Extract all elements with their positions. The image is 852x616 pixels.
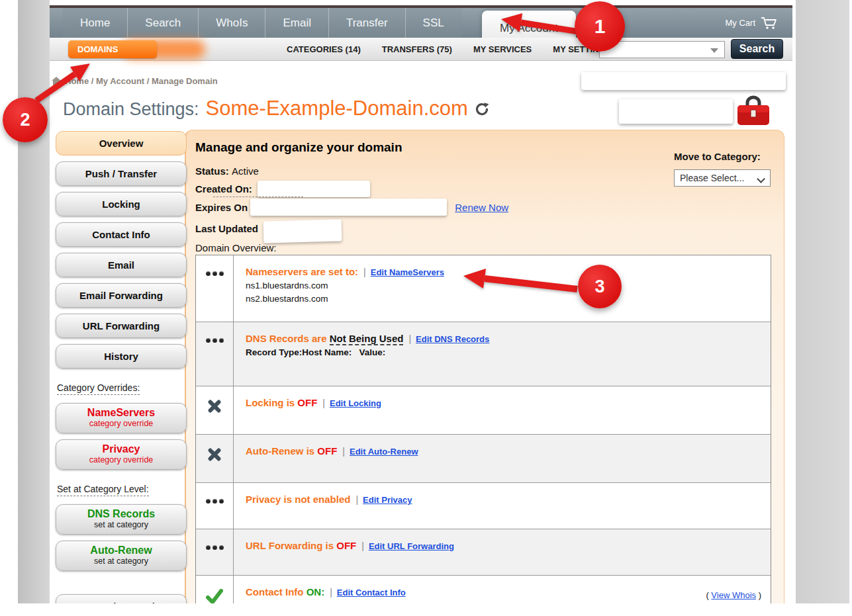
breadcrumb-my-account[interactable]: My Account bbox=[96, 76, 144, 86]
created-line: Created On: bbox=[195, 181, 370, 197]
row-title-segment: Privacy is not enabled bbox=[246, 494, 350, 505]
chevron-down-icon[interactable] bbox=[710, 48, 718, 53]
row-title: Locking is OFF|Edit Locking bbox=[246, 397, 761, 408]
page-title-domain: Some-Example-Domain.com bbox=[206, 97, 468, 120]
sidebar-item-subtitle: category override bbox=[56, 419, 186, 428]
breadcrumb: Home / My Account / Manage Domain bbox=[52, 76, 218, 86]
row-title-segment: DNS Records are bbox=[246, 333, 330, 344]
edit-auto-renew-link[interactable]: Edit Auto-Renew bbox=[350, 447, 418, 457]
overview-row-privacy: Privacy is not enabled|Edit Privacy bbox=[196, 482, 771, 529]
sidebar-item-title: NameServers bbox=[56, 406, 186, 419]
sidebar-item-privacy[interactable]: Privacycategory override bbox=[56, 439, 187, 470]
toolbox-icon[interactable] bbox=[736, 95, 771, 126]
row-title-segment: Nameservers are set to: bbox=[246, 266, 358, 277]
row-status-icon-cell bbox=[196, 255, 234, 322]
sidebar-item-url-forwarding[interactable]: URL Forwarding bbox=[56, 314, 187, 338]
search-button[interactable]: Search bbox=[731, 39, 783, 59]
topnav-tab-email[interactable]: Email bbox=[265, 8, 328, 38]
topnav-tab-search[interactable]: Search bbox=[127, 8, 198, 38]
row-title: Nameservers are set to:|Edit NameServers bbox=[246, 266, 761, 277]
sidebar-item-title: DNS Records bbox=[56, 507, 186, 520]
separator: | bbox=[330, 587, 332, 597]
row-title-segment: URL Forwarding is bbox=[246, 540, 336, 551]
sidebar-item-history[interactable]: History bbox=[56, 344, 187, 369]
row-title: URL Forwarding is OFF|Edit URL Forwardin… bbox=[246, 540, 761, 551]
sidebar-item-subtitle: category override bbox=[56, 455, 186, 464]
row-title-segment: Not Being Used bbox=[330, 333, 404, 345]
step-badge-3: 3 bbox=[578, 265, 622, 308]
breadcrumb-manage-domain[interactable]: Manage Domain bbox=[152, 76, 218, 86]
right-gutter bbox=[796, 0, 849, 603]
breadcrumb-home[interactable]: Home bbox=[65, 76, 89, 86]
ellipsis-icon bbox=[206, 545, 224, 550]
row-body: Locking is OFF|Edit Locking bbox=[234, 386, 771, 408]
row-body: Privacy is not enabled|Edit Privacy bbox=[234, 483, 771, 505]
redaction-box bbox=[619, 99, 733, 124]
edit-privacy-link[interactable]: Edit Privacy bbox=[363, 495, 412, 505]
row-title: DNS Records are Not Being Used|Edit DNS … bbox=[246, 333, 761, 344]
row-title-segment: Locking is bbox=[246, 397, 297, 408]
sidebar-item-auto-renew[interactable]: Auto-Renewset at category bbox=[56, 541, 187, 571]
subnav-item-my-services[interactable]: MY SERVICES bbox=[473, 44, 532, 54]
overview-row-auto-renew: Auto-Renew is OFF|Edit Auto-Renew bbox=[196, 434, 771, 482]
sidebar-item-title: Privacy bbox=[56, 443, 186, 455]
separator: | bbox=[355, 494, 358, 505]
edit-contact-info-link[interactable]: Edit Contact Info bbox=[337, 588, 406, 597]
row-body: Contact Info ON:|Edit Contact Info bbox=[234, 576, 771, 597]
subnav-item-transfers-75[interactable]: TRANSFERS (75) bbox=[382, 44, 452, 54]
row-title: Auto-Renew is OFF|Edit Auto-Renew bbox=[246, 445, 761, 457]
x-mark-icon bbox=[207, 398, 222, 413]
move-to-category-select[interactable]: Please Select... bbox=[674, 169, 771, 187]
sidebar-item-locking[interactable]: Locking bbox=[56, 192, 187, 216]
edit-dns-records-link[interactable]: Edit DNS Records bbox=[416, 334, 489, 344]
bottom-strip bbox=[0, 603, 852, 616]
status-value: Active bbox=[232, 165, 259, 177]
edit-locking-link[interactable]: Edit Locking bbox=[330, 398, 381, 408]
row-title-segment: OFF bbox=[297, 397, 317, 408]
topnav-tab-transfer[interactable]: Transfer bbox=[328, 8, 405, 38]
cart-icon bbox=[761, 17, 778, 30]
sub-navigation: DOMAINS CATEGORIES (14)TRANSFERS (75)MY … bbox=[50, 38, 792, 61]
move-to-category-label: Move to Category: bbox=[674, 151, 761, 162]
topnav-tab-whois[interactable]: WhoIs bbox=[198, 8, 265, 38]
topnav-tabs: HomeSearchWhoIsEmailTransferSSL bbox=[63, 8, 461, 38]
sidebar-item-overview[interactable]: Overview bbox=[56, 131, 187, 155]
separator: | bbox=[361, 541, 364, 551]
refresh-icon[interactable] bbox=[475, 102, 489, 116]
sidebar-item-nameservers[interactable]: NameServerscategory override bbox=[56, 403, 187, 433]
my-cart[interactable]: My Cart bbox=[726, 8, 779, 38]
sidebar-item-dns-records[interactable]: DNS Recordsset at category bbox=[56, 504, 187, 535]
redaction-box bbox=[581, 72, 786, 90]
view-whois-link[interactable]: View Whois bbox=[711, 590, 756, 600]
overview-row-dns-records: DNS Records are Not Being Used|Edit DNS … bbox=[196, 322, 771, 386]
subnav-item-categories-14[interactable]: CATEGORIES (14) bbox=[287, 44, 361, 54]
row-status-icon-cell bbox=[196, 322, 234, 386]
domain-overview-table: Nameservers are set to:|Edit NameServers… bbox=[195, 255, 771, 616]
edit-nameservers-link[interactable]: Edit NameServers bbox=[371, 267, 444, 277]
page-title: Domain Settings: Some-Example-Domain.com bbox=[63, 97, 489, 120]
subnav-item-domains[interactable]: DOMAINS bbox=[68, 40, 157, 58]
redaction-box bbox=[250, 198, 447, 216]
renew-now-link[interactable]: Renew Now bbox=[455, 202, 508, 213]
overview-row-locking: Locking is OFF|Edit Locking bbox=[196, 386, 771, 434]
top-navigation: HomeSearchWhoIsEmailTransferSSL My Accou… bbox=[50, 8, 792, 38]
sidebar-item-title: Auto-Renew bbox=[56, 544, 186, 556]
edit-url-forwarding-link[interactable]: Edit URL Forwarding bbox=[369, 541, 454, 551]
separator: | bbox=[408, 333, 411, 344]
row-title-segment: ON: bbox=[307, 586, 325, 597]
topnav-tab-ssl[interactable]: SSL bbox=[405, 8, 461, 38]
row-title-segment: Auto-Renew is bbox=[246, 445, 317, 457]
created-label: Created On: bbox=[195, 183, 252, 195]
topnav-tab-home[interactable]: Home bbox=[63, 8, 127, 38]
sidebar-item-email[interactable]: Email bbox=[56, 253, 187, 277]
set-at-category-header: Set at Category Level: bbox=[57, 484, 149, 496]
sidebar-item-contact-info[interactable]: Contact Info bbox=[56, 222, 187, 247]
ellipsis-icon bbox=[206, 338, 224, 343]
move-to-category-value: Please Select... bbox=[680, 173, 744, 183]
sidebar-item-email-forwarding[interactable]: Email Forwarding bbox=[56, 283, 187, 308]
view-whois-note: ( View Whois ) bbox=[706, 590, 761, 600]
sidebar-item-push-transfer[interactable]: Push / Transfer bbox=[56, 161, 187, 186]
check-icon bbox=[206, 589, 223, 605]
row-status-icon-cell bbox=[196, 483, 234, 529]
status-label: Status: bbox=[195, 165, 229, 177]
